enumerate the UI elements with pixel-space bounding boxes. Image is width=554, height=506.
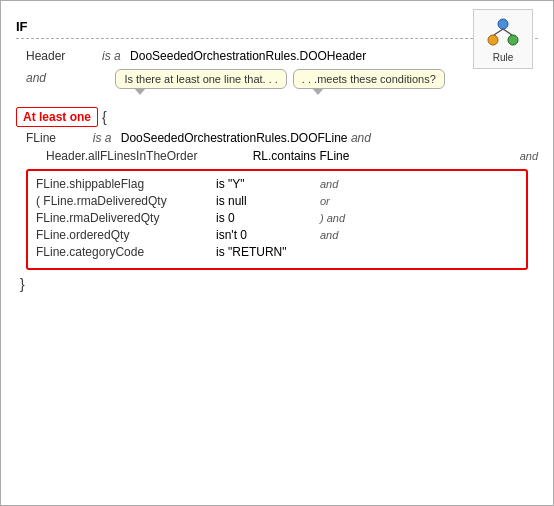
condition-andor-3: and [320, 229, 338, 241]
condition-value-0: is "Y" [216, 177, 316, 191]
fline-and: and [351, 131, 371, 145]
fline-row: FLine is a DooSeededOrchestrationRules.D… [16, 131, 538, 145]
condition-andor-1: or [320, 195, 330, 207]
condition-label-1: ( FLine.rmaDeliveredQty [36, 194, 216, 208]
condition-row-1: ( FLine.rmaDeliveredQty is null or [36, 194, 518, 208]
header-subject: Header [26, 49, 65, 63]
main-window: Rule IF Header is a DooSeededOrchestrati… [0, 0, 554, 506]
header-allf-subject: Header.allFLinesInTheOrder [46, 149, 246, 163]
condition-row-2: FLine.rmaDeliveredQty is 0 ) and [36, 211, 518, 225]
condition-value-1: is null [216, 194, 316, 208]
divider [16, 38, 538, 39]
svg-line-4 [503, 29, 512, 35]
and-tooltip-row: and Is there at least one line that. . .… [16, 69, 538, 89]
svg-point-1 [488, 35, 498, 45]
header-class: DooSeededOrchestrationRules.DOOHeader [130, 49, 366, 63]
condition-label-2: FLine.rmaDeliveredQty [36, 211, 216, 225]
condition-andor-2: ) and [320, 212, 345, 224]
at-least-one-row: At least one { [16, 107, 538, 127]
svg-point-2 [508, 35, 518, 45]
header-allf-and: and [520, 150, 538, 162]
condition-label-3: FLine.orderedQty [36, 228, 216, 242]
if-label: IF [16, 19, 538, 34]
tooltip-bubble-2: . . .meets these conditions? [293, 69, 445, 89]
condition-row-3: FLine.orderedQty isn't 0 and [36, 228, 518, 242]
at-least-one-box: At least one [16, 107, 98, 127]
conditions-box: FLine.shippableFlag is "Y" and ( FLine.r… [26, 169, 528, 270]
header-is-a: is a [102, 49, 121, 63]
condition-row-4: FLine.categoryCode is "RETURN" [36, 245, 518, 259]
header-row: Header is a DooSeededOrchestrationRules.… [16, 49, 538, 63]
condition-value-4: is "RETURN" [216, 245, 316, 259]
condition-value-3: isn't 0 [216, 228, 316, 242]
fline-is-a: is a [93, 131, 112, 145]
header-allf-row: Header.allFLinesInTheOrder RL.contains F… [16, 149, 538, 163]
condition-label-4: FLine.categoryCode [36, 245, 216, 259]
open-brace: { [102, 109, 107, 125]
and-keyword: and [26, 71, 46, 85]
svg-line-3 [494, 29, 503, 35]
condition-label-0: FLine.shippableFlag [36, 177, 216, 191]
rule-icon-svg [485, 16, 521, 52]
condition-andor-0: and [320, 178, 338, 190]
rule-icon-label: Rule [493, 52, 514, 63]
condition-row-0: FLine.shippableFlag is "Y" and [36, 177, 518, 191]
condition-value-2: is 0 [216, 211, 316, 225]
rule-icon-box: Rule [473, 9, 533, 69]
closing-brace: } [16, 276, 538, 292]
rl-contains: RL.contains FLine [253, 149, 350, 163]
tooltip-bubble-1: Is there at least one line that. . . [115, 69, 286, 89]
fline-class: DooSeededOrchestrationRules.DOOFLine [121, 131, 348, 145]
svg-point-0 [498, 19, 508, 29]
fline-subject: FLine [26, 131, 56, 145]
